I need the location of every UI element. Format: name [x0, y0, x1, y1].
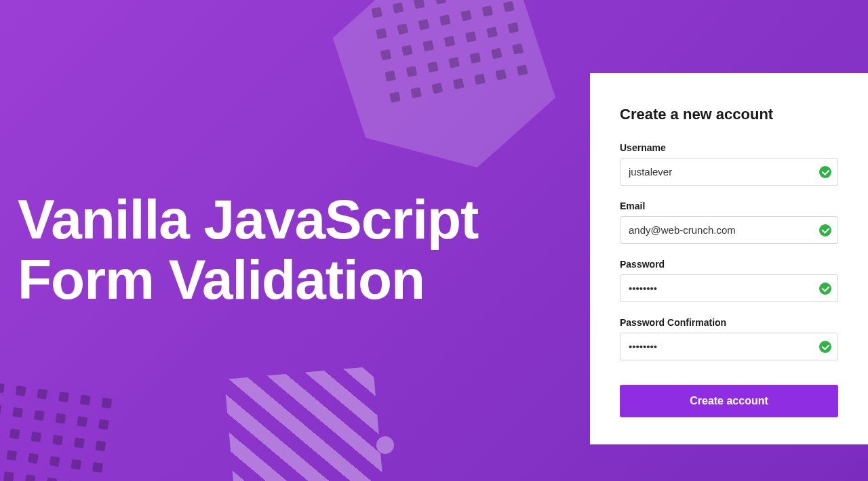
password-label: Password — [620, 259, 838, 270]
username-input[interactable] — [620, 158, 838, 186]
hero-title: Vanilla JavaScript Form Validation — [18, 190, 478, 310]
email-input-wrapper — [620, 216, 838, 244]
username-label: Username — [620, 142, 838, 153]
check-circle-icon — [819, 166, 831, 178]
password-confirm-input-wrapper — [620, 333, 838, 360]
password-input-wrapper — [620, 274, 838, 302]
form-group-password: Password — [620, 259, 838, 302]
username-input-wrapper — [620, 158, 838, 186]
password-input[interactable] — [620, 274, 838, 302]
check-circle-icon — [819, 283, 831, 295]
signup-card: Create a new account Username Email Pass… — [590, 73, 868, 444]
form-heading: Create a new account — [620, 106, 838, 123]
create-account-button[interactable]: Create account — [620, 385, 838, 417]
check-circle-icon — [819, 341, 831, 353]
email-label: Email — [620, 201, 838, 211]
password-confirm-input[interactable] — [620, 333, 838, 360]
form-group-username: Username — [620, 142, 838, 186]
hero-title-line2: Form Validation — [18, 249, 425, 310]
email-input[interactable] — [620, 216, 838, 244]
decorative-circle — [376, 436, 394, 454]
check-circle-icon — [819, 224, 831, 236]
form-group-password-confirm: Password Confirmation — [620, 317, 838, 360]
form-group-email: Email — [620, 201, 838, 244]
decorative-dots-bottom — [0, 383, 112, 481]
password-confirm-label: Password Confirmation — [620, 317, 838, 328]
decorative-stripes — [224, 367, 386, 481]
hero-title-line1: Vanilla JavaScript — [18, 188, 478, 250]
